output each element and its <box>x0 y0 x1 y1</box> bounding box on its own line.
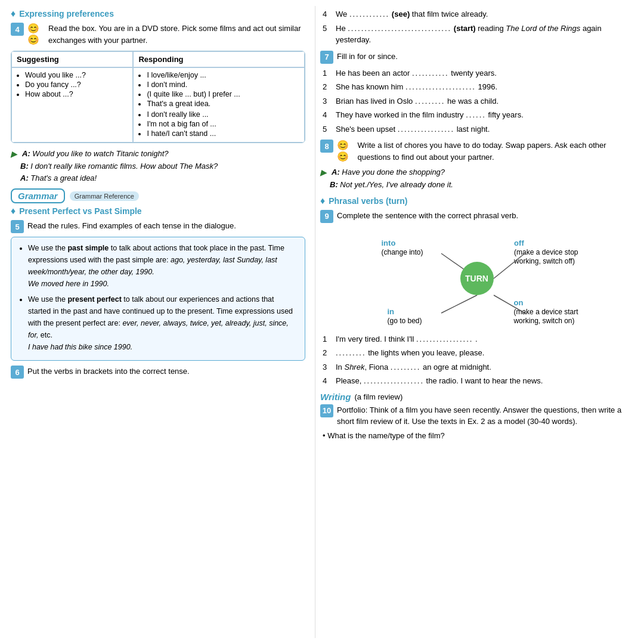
expressing-prefs-header: ♦ Expressing preferences <box>11 8 305 19</box>
dialogue-line-2: B: I don't really like romantic films. H… <box>20 160 305 172</box>
exercise-10-row: 10 Portfolio: Think of a film you have s… <box>320 404 633 428</box>
ex8-dialogue: ▶ A: Have you done the shopping? B: Not … <box>320 166 633 191</box>
respond-item-4: That's a great idea. <box>147 100 299 108</box>
ex9-item-2: 2......... the lights when you leave, pl… <box>323 347 633 359</box>
turn-center: TURN <box>460 262 494 295</box>
suggest-item-3: How about ...? <box>25 90 128 98</box>
respond-item-2: I don't mind. <box>147 80 299 89</box>
ex6-item-4: 4 We ............ (see) that film twice … <box>323 8 633 20</box>
respond-item-3: (I quite like ... but) I prefer ... <box>147 90 299 98</box>
exercise-4-row: 4 😊😊 Read the box. You are in a DVD stor… <box>11 23 305 46</box>
arrow-icon: ▶ <box>11 148 17 160</box>
ex6-item-5: 5 He ............................... (st… <box>323 23 633 46</box>
ex7-item-1: 1He has been an actor ........... twenty… <box>323 67 633 79</box>
ex7-item-3: 3Brian has lived in Oslo ......... he wa… <box>323 95 633 107</box>
grammar-row: Grammar Grammar Reference <box>11 188 305 203</box>
dialogue-speaker-a1: A: Would you like to watch Titanic tonig… <box>22 148 169 160</box>
suggest-item-1: Would you like ...? <box>25 71 128 79</box>
table-responding-cell: I love/like/enjoy ... I don't mind. (I q… <box>133 67 305 143</box>
ex10-instruction: Portfolio: Think of a film you have seen… <box>337 404 633 428</box>
ex4-dialogue: ▶ A: Would you like to watch Titanic ton… <box>11 148 305 184</box>
ex9-item-1: 1I'm very tired. I think I'll ..........… <box>323 333 633 345</box>
ex7-header: Fill in for or since. <box>337 51 398 63</box>
dialogue-speaker-a2: A: That's a great idea! <box>20 172 97 184</box>
exercise-9-row: 9 Complete the sentence with the correct… <box>320 210 633 223</box>
grammar-title: Present Perfect vs Past Simple <box>19 206 141 216</box>
ex7-item-5: 5She's been upset ................. last… <box>323 123 633 135</box>
ex7-item-4: 4They have worked in the film industry .… <box>323 109 633 121</box>
dialogue-line-3: A: That's a great idea! <box>20 172 305 184</box>
ex6-items-top: 4 We ............ (see) that film twice … <box>320 8 633 46</box>
ex5-instruction: Read the rules. Find examples of each te… <box>27 220 236 232</box>
smiley-icon-4: 😊😊 <box>27 23 45 45</box>
arrow-icon-2: ▶ <box>320 166 327 179</box>
rule-2: We use the present perfect to talk about… <box>28 293 298 353</box>
grammar-rules-box: We use the past simple to talk about act… <box>11 237 305 361</box>
turn-diagram: TURN into (change into) off (make a devi… <box>364 227 590 331</box>
ex9-list: 1I'm very tired. I think I'll ..........… <box>320 333 633 387</box>
dialogue-speaker-b: B: I don't really like romantic films. H… <box>20 160 218 172</box>
ex6-num: 6 <box>11 366 24 379</box>
preference-table: Suggesting Responding Would you like ...… <box>11 51 305 143</box>
ex10-num: 10 <box>320 404 333 417</box>
table-col2-header: Responding <box>133 51 305 67</box>
grammar-label: Grammar <box>11 188 65 203</box>
ex10-sub: • What is the name/type of the film? <box>323 431 633 440</box>
ex8-dialogue-line-1: ▶ A: Have you done the shopping? <box>320 166 633 179</box>
exercise-6-row: 6 Put the verbs in brackets into the cor… <box>11 366 305 379</box>
writing-subtitle: (a film review) <box>354 392 402 401</box>
svg-line-1 <box>494 253 525 278</box>
ex9-header: Complete the sentence with the correct p… <box>337 210 518 222</box>
page: ♦ Expressing preferences 4 😊😊 Read the b… <box>0 0 644 644</box>
phrasal-verbs-header: ♦ Phrasal verbs (turn) <box>320 196 633 206</box>
expressing-prefs-title: Expressing preferences <box>19 9 114 18</box>
ex7-list: 1He has been an actor ........... twenty… <box>320 67 633 135</box>
exercise-5-row: 5 Read the rules. Find examples of each … <box>11 220 305 233</box>
ex9-num: 9 <box>320 210 333 223</box>
ex9-item-4: 4Please, .................. the radio. I… <box>323 375 633 387</box>
right-column: 4 We ............ (see) that film twice … <box>315 6 638 638</box>
rule-1: We use the past simple to talk about act… <box>28 242 298 290</box>
suggest-item-2: Do you fancy ...? <box>25 80 128 89</box>
ex8-instruction: Write a list of chores you have to do to… <box>357 140 633 163</box>
exercise-8-row: 8 😊😊 Write a list of chores you have to … <box>320 140 633 163</box>
ex9-item-3: 3In Shrek, Fiona ......... an ogre at mi… <box>323 361 633 373</box>
dialogue-line-1: ▶ A: Would you like to watch Titanic ton… <box>11 148 305 160</box>
table-col1-header: Suggesting <box>11 51 133 67</box>
smiley-icon-8: 😊😊 <box>337 140 354 162</box>
respond-item-5: I don't really like ... <box>147 110 299 119</box>
diamond-icon: ♦ <box>11 8 16 19</box>
ex4-instruction: Read the box. You are in a DVD store. Pi… <box>48 23 305 46</box>
diamond-icon-3: ♦ <box>320 196 325 206</box>
table-suggesting-cell: Would you like ...? Do you fancy ...? Ho… <box>11 67 133 143</box>
svg-line-3 <box>494 295 525 313</box>
respond-item-6: I'm not a big fan of ... <box>147 120 299 128</box>
grammar-section-header: ♦ Present Perfect vs Past Simple <box>11 206 305 216</box>
writing-label: Writing <box>320 392 351 402</box>
diamond-icon-2: ♦ <box>11 206 16 216</box>
writing-row: Writing (a film review) <box>320 392 633 402</box>
respond-item-7: I hate/I can't stand ... <box>147 129 299 138</box>
ex8-dialogue-line-2: B: Not yet./Yes, I've already done it. <box>330 179 633 191</box>
ex6-instruction: Put the verbs in brackets into the corre… <box>27 366 190 377</box>
ex8-num: 8 <box>320 140 333 153</box>
ex5-num: 5 <box>11 220 24 233</box>
left-column: ♦ Expressing preferences 4 😊😊 Read the b… <box>6 6 310 638</box>
respond-item-1: I love/like/enjoy ... <box>147 71 299 79</box>
ex7-num: 7 <box>320 51 333 64</box>
exercise-7-row: 7 Fill in for or since. <box>320 51 633 64</box>
svg-line-2 <box>441 295 477 313</box>
grammar-ref: Grammar Reference <box>70 191 139 201</box>
phrasal-verbs-title: Phrasal verbs (turn) <box>329 196 407 206</box>
ex4-num: 4 <box>11 23 24 36</box>
ex7-item-2: 2She has known him .....................… <box>323 81 633 93</box>
